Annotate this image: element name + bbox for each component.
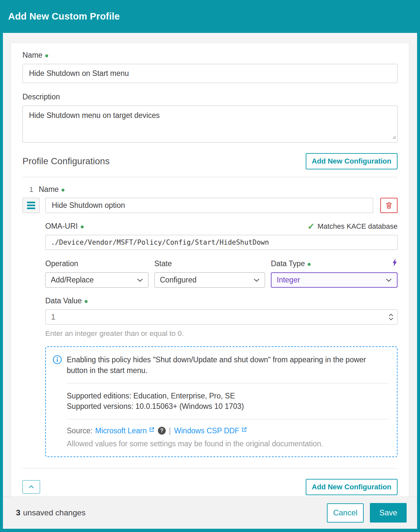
profile-description-field: Description Hide Shutdown menu on target… [22, 93, 398, 143]
data-type-label: Data Type [271, 259, 305, 268]
info-circle-icon [53, 355, 62, 366]
required-dot-icon [308, 263, 311, 266]
profile-configurations-header: Profile Configurations Add New Configura… [22, 153, 398, 169]
configuration-name-input[interactable] [45, 198, 373, 213]
configuration-index-row: 1 Name [22, 185, 398, 194]
cancel-button[interactable]: Cancel [327, 503, 364, 523]
configurations-footer-row: Add New Configuration [22, 479, 398, 495]
windows-csp-ddf-link[interactable]: Windows CSP DDF [174, 426, 247, 435]
data-value-label: Data Value [45, 296, 82, 305]
operation-label: Operation [45, 259, 78, 268]
operation-state-type-row: Operation Add/Replace State [45, 259, 398, 288]
source-separator: | [169, 426, 171, 435]
stepper-up-icon[interactable] [389, 314, 393, 316]
source-label: Source: [67, 426, 92, 435]
drag-handle-icon[interactable] [22, 198, 40, 213]
state-label: State [154, 259, 172, 268]
supported-editions: Supported editions: Education, Enterpris… [67, 391, 388, 401]
kace-match-text: Matches KACE database [317, 222, 398, 231]
add-custom-profile-dialog: Add New Custom Profile Name Description … [0, 0, 420, 532]
required-dot-icon [45, 54, 48, 57]
collapse-configuration-button[interactable] [22, 480, 40, 494]
check-icon: ✓ [307, 222, 315, 231]
dialog-header: Add New Custom Profile [0, 0, 420, 33]
configuration-name-label: Name [39, 185, 59, 194]
state-column: State Configured [154, 259, 265, 288]
name-label: Name [22, 51, 42, 60]
operation-select[interactable]: Add/Replace [45, 272, 148, 288]
stepper-down-icon[interactable] [389, 318, 393, 320]
help-question-icon[interactable]: ? [158, 427, 166, 435]
policy-info-box: Enabling this policy hides "Shut down/Up… [45, 346, 398, 457]
unsaved-changes-status: 3unsaved changes [16, 508, 86, 517]
source-row: Source: Microsoft Learn [67, 426, 388, 435]
trash-icon [385, 202, 392, 209]
oma-uri-input[interactable] [45, 235, 398, 250]
name-label-row: Name [22, 51, 398, 60]
data-type-selected-value: Integer [277, 276, 300, 284]
state-label-row: State [154, 259, 265, 268]
chevron-down-icon [386, 279, 392, 282]
dialog-title: Add New Custom Profile [8, 11, 120, 22]
description-label: Description [22, 93, 60, 101]
data-value-label-row: Data Value [45, 296, 398, 305]
add-new-configuration-button-top[interactable]: Add New Configuration [306, 153, 398, 169]
configuration-index: 1 [22, 185, 39, 194]
save-button[interactable]: Save [370, 503, 407, 523]
operation-column: Operation Add/Replace [45, 259, 148, 288]
delete-configuration-button[interactable] [380, 198, 398, 213]
lightning-bolt-icon [392, 259, 397, 268]
profile-name-field: Name [22, 51, 398, 83]
chevron-up-icon [29, 485, 34, 488]
required-dot-icon [62, 189, 64, 192]
policy-description: Enabling this policy hides "Shut down/Up… [67, 354, 388, 376]
oma-uri-label-wrap: OMA-URI [45, 222, 84, 231]
unsaved-label: unsaved changes [23, 508, 86, 517]
description-label-row: Description [22, 93, 398, 101]
dialog-footer: 3unsaved changes Cancel Save [3, 496, 417, 529]
oma-uri-label-row: OMA-URI ✓ Matches KACE database [45, 222, 398, 231]
profile-form-card: Name Description Hide Shutdown menu on t… [11, 43, 409, 496]
state-select[interactable]: Configured [154, 272, 265, 288]
state-selected-value: Configured [160, 276, 197, 284]
resize-grip-icon[interactable] [391, 134, 396, 140]
unsaved-count: 3 [16, 508, 21, 517]
external-link-icon [149, 426, 155, 435]
microsoft-learn-link[interactable]: Microsoft Learn [95, 426, 155, 435]
dialog-body: Name Description Hide Shutdown menu on t… [3, 33, 417, 496]
required-dot-icon [85, 300, 88, 303]
divider [67, 419, 388, 419]
data-type-select[interactable]: Integer [271, 272, 398, 288]
data-type-label-row: Data Type [271, 259, 398, 268]
number-stepper [389, 314, 393, 320]
chevron-down-icon [137, 279, 143, 282]
chevron-down-icon [254, 279, 259, 282]
profile-description-textarea[interactable]: Hide Shutdown menu on target devices [22, 106, 398, 143]
configuration-body: OMA-URI ✓ Matches KACE database [45, 222, 398, 457]
oma-uri-label: OMA-URI [45, 222, 78, 231]
divider [67, 383, 388, 383]
required-dot-icon [81, 225, 84, 228]
kace-match-status: ✓ Matches KACE database [307, 222, 398, 231]
configuration-name-label-row: Name [39, 185, 64, 194]
data-type-column: Data Type Integer [271, 259, 398, 288]
external-link-icon [241, 426, 247, 435]
configuration-name-row [22, 198, 398, 213]
add-new-configuration-button-bottom[interactable]: Add New Configuration [306, 479, 398, 495]
configuration-item: 1 Name [22, 177, 398, 468]
supported-versions: Supported versions: 10.0.15063+ (Windows… [67, 401, 388, 412]
data-value-input[interactable] [45, 309, 398, 324]
operation-label-row: Operation [45, 259, 148, 268]
profile-configurations-heading: Profile Configurations [22, 156, 110, 166]
data-value-hint: Enter an integer greater than or equal t… [45, 329, 398, 338]
footer-buttons: Cancel Save [327, 503, 407, 523]
allowed-values-note: Allowed values for some settings may be … [67, 439, 388, 448]
data-value-field: Data Value [45, 296, 398, 338]
operation-selected-value: Add/Replace [51, 276, 94, 284]
profile-name-input[interactable] [22, 64, 398, 83]
